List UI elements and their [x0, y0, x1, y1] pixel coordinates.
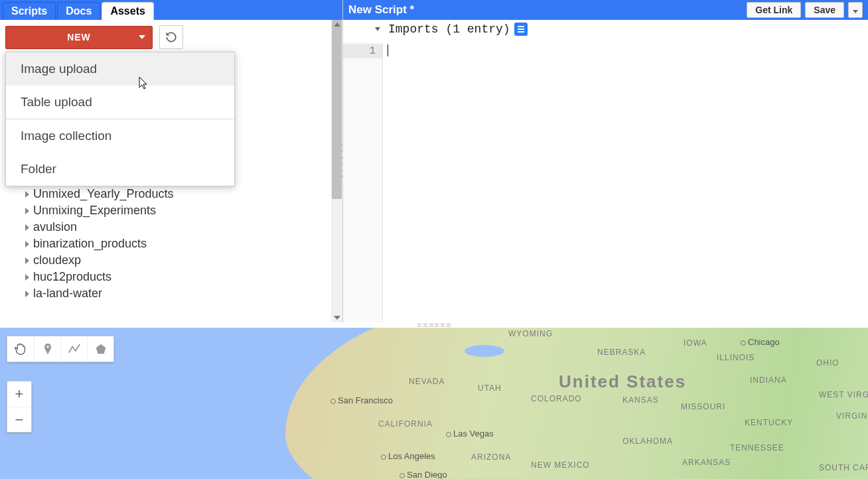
- map-view[interactable]: United States WYOMING NEBRASKA IOWA ILLI…: [0, 328, 868, 479]
- imports-label: Imports (1 entry): [388, 23, 510, 36]
- map-city-label: Los Angeles: [381, 451, 435, 461]
- chevron-right-icon: [25, 191, 29, 198]
- line-gutter: 1: [343, 42, 383, 322]
- tree-item[interactable]: Unmixing_Experiments: [25, 202, 328, 219]
- chevron-right-icon: [25, 208, 29, 214]
- tab-assets[interactable]: Assets: [102, 2, 153, 20]
- hand-icon: [13, 342, 28, 356]
- chevron-right-icon: [25, 291, 29, 297]
- marker-tool[interactable]: [34, 336, 60, 362]
- tree-item-label: la-land-water: [33, 287, 102, 301]
- refresh-icon: [165, 31, 178, 44]
- new-button[interactable]: NEW: [5, 26, 153, 49]
- map-toolbar: [7, 336, 114, 362]
- tree-item[interactable]: Unmixed_Yearly_Products: [25, 186, 328, 202]
- menu-image-upload[interactable]: Image upload: [6, 52, 234, 86]
- horizontal-splitter[interactable]: [0, 322, 868, 328]
- assets-panel: Scripts Docs Assets NEW Image upload Tab…: [0, 0, 343, 322]
- editor-panel: New Script * Get Link Save Imports (1 en…: [343, 0, 868, 322]
- tree-item-label: cloudexp: [33, 253, 81, 267]
- editor-header: New Script * Get Link Save: [343, 0, 868, 20]
- tree-item-label: binarization_products: [33, 237, 147, 251]
- line-number: 1: [343, 44, 382, 58]
- scroll-up-icon: [334, 23, 340, 27]
- pin-icon: [41, 342, 54, 356]
- map-city-label: Chicago: [741, 337, 780, 347]
- line-tool[interactable]: [60, 336, 87, 362]
- tree-item-label: huc12products: [33, 270, 111, 284]
- tab-docs[interactable]: Docs: [57, 2, 100, 20]
- scroll-down-icon: [334, 316, 340, 320]
- tree-item-label: avulsion: [33, 220, 77, 234]
- zoom-out-button[interactable]: −: [7, 407, 31, 432]
- left-tabbar: Scripts Docs Assets: [0, 0, 342, 20]
- chevron-down-icon: [853, 10, 858, 13]
- new-dropdown: Image upload Table upload Image collecti…: [5, 52, 235, 186]
- pan-tool[interactable]: [7, 336, 34, 362]
- code-body[interactable]: [383, 42, 868, 322]
- chevron-down-icon: [139, 35, 145, 39]
- map-lake: [465, 345, 504, 357]
- map-city-label: San Diego: [399, 470, 447, 479]
- save-dropdown-button[interactable]: [848, 2, 863, 18]
- tree-item-label: Unmixing_Experiments: [33, 204, 156, 218]
- text-cursor: [388, 44, 388, 56]
- code-editor[interactable]: 1: [343, 42, 868, 322]
- menu-folder[interactable]: Folder: [6, 153, 234, 186]
- zoom-controls: + −: [7, 381, 32, 433]
- get-link-button[interactable]: Get Link: [747, 2, 801, 18]
- polygon-icon: [94, 342, 108, 356]
- tree-item[interactable]: la-land-water: [25, 285, 328, 302]
- menu-image-collection[interactable]: Image collection: [6, 119, 234, 153]
- tree-item[interactable]: cloudexp: [25, 252, 328, 269]
- save-button[interactable]: Save: [805, 2, 844, 18]
- tree-item[interactable]: binarization_products: [25, 236, 328, 252]
- chevron-right-icon: [25, 257, 29, 264]
- imports-row[interactable]: Imports (1 entry): [343, 20, 868, 40]
- zoom-in-button[interactable]: +: [7, 381, 31, 407]
- asset-tree: Unmixed_Yearly_Products Unmixing_Experim…: [25, 186, 328, 322]
- map-city-label: San Francisco: [330, 395, 393, 405]
- refresh-button[interactable]: [159, 25, 183, 49]
- script-title: New Script *: [348, 3, 414, 17]
- map-city-label: Las Vegas: [446, 429, 494, 439]
- assets-toolbar: NEW: [0, 20, 342, 54]
- tree-item[interactable]: avulsion: [25, 219, 328, 236]
- new-button-label: NEW: [67, 32, 91, 42]
- tree-item[interactable]: huc12products: [25, 269, 328, 285]
- chevron-right-icon: [25, 241, 29, 247]
- chevron-down-icon: [375, 27, 380, 31]
- polyline-icon: [67, 342, 82, 356]
- menu-table-upload[interactable]: Table upload: [6, 86, 234, 119]
- tree-item-label: Unmixed_Yearly_Products: [33, 187, 173, 201]
- tab-scripts[interactable]: Scripts: [3, 2, 56, 20]
- document-icon[interactable]: [514, 23, 528, 36]
- polygon-tool[interactable]: [87, 336, 113, 362]
- chevron-right-icon: [25, 274, 29, 281]
- chevron-right-icon: [25, 224, 29, 231]
